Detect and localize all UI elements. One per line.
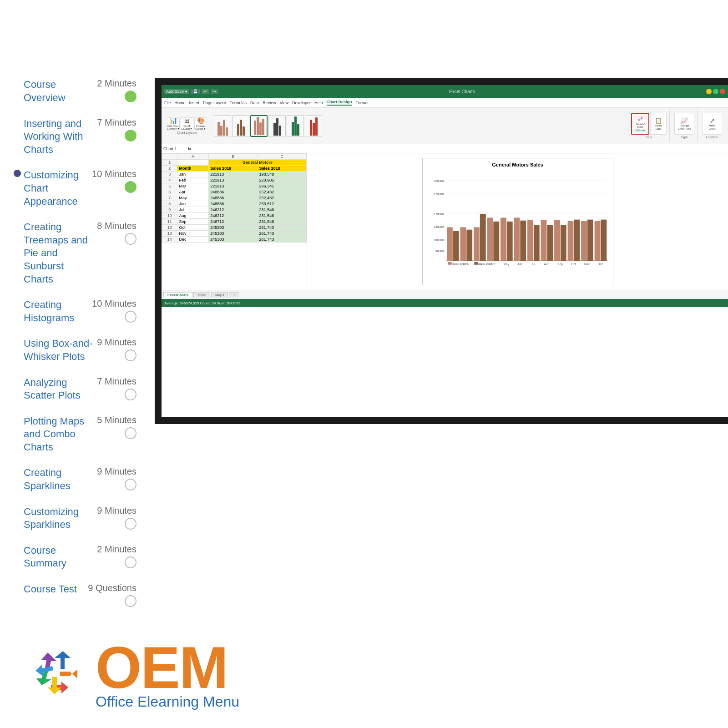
chart-style-1[interactable] [214, 115, 231, 137]
bar-2018-May[interactable] [506, 222, 512, 261]
cell-month-5[interactable]: Apr [177, 189, 209, 195]
cell-s2018-7[interactable]: 253,512 [258, 201, 306, 207]
cell-s2019-4[interactable]: 221913 [209, 183, 258, 189]
bar-2019-Dec[interactable] [594, 221, 600, 261]
bar-2018-Nov[interactable] [587, 220, 593, 261]
bar-2018-Jul[interactable] [533, 225, 539, 261]
add-chart-element-btn[interactable]: 📊 Add ChartElement▼ [167, 117, 180, 130]
cell-month-13[interactable]: Dec [177, 237, 209, 243]
bar-2019-Sep[interactable] [554, 220, 560, 261]
quick-layout-btn[interactable]: ⊞ QuickLayout▼ [181, 117, 193, 130]
cell-s2019-2[interactable]: 221913 [209, 172, 258, 177]
bar-2018-Jan[interactable] [453, 231, 459, 261]
cell-month-7[interactable]: Jun [177, 201, 209, 207]
save-btn[interactable]: 💾 [191, 89, 200, 94]
cell-month-9[interactable]: Aug [177, 213, 209, 219]
cell-s2018-3[interactable]: 220,905 [258, 177, 306, 183]
menu-item-formulas[interactable]: Formulas [230, 101, 247, 105]
cell-s2019-11[interactable]: 245303 [209, 225, 258, 231]
cell-month-3[interactable]: Feb [177, 177, 209, 183]
bar-2019-Jun[interactable] [514, 218, 520, 261]
menu-item-insert[interactable]: Insert [189, 101, 200, 105]
bar-2019-Aug[interactable] [541, 220, 546, 261]
cell-month-6[interactable]: May [177, 195, 209, 201]
cell-s2018-10[interactable]: 231,546 [258, 219, 306, 225]
cell-s2018-8[interactable]: 231,546 [258, 207, 306, 213]
change-chart-type-btn[interactable]: 📈 ChangeChart Type [674, 113, 694, 135]
switch-row-col-btn[interactable]: ⇄ Switch/RowColumn [631, 113, 649, 135]
chart-container[interactable]: General Motors Sales 320000 270000 17000… [422, 158, 613, 285]
close-btn[interactable] [720, 89, 725, 94]
cell-month-2[interactable]: Jan [177, 172, 209, 177]
sheet-tab-static[interactable]: static [193, 292, 210, 298]
cell-s2018-2[interactable]: 198,548 [258, 172, 306, 177]
cell-s2018-13[interactable]: 261,743 [258, 237, 306, 243]
sheet-tab-excelcharts[interactable]: ExcelCharts [163, 292, 192, 298]
cell-month-12[interactable]: Nov [177, 231, 209, 237]
minimize-btn[interactable] [706, 89, 712, 94]
bar-2019-May[interactable] [500, 218, 506, 261]
cell-s2019-3[interactable]: 221913 [209, 177, 258, 183]
sidebar-item-creating-sparklines[interactable]: Creating Sparklines9 Minutes [14, 466, 136, 492]
cell-s2019-7[interactable]: 248886 [209, 201, 258, 207]
chart-style-5[interactable] [287, 115, 304, 137]
cell-s2018-5[interactable]: 252,432 [258, 189, 306, 195]
sidebar-item-inserting-working[interactable]: Inserting and Working With Charts7 Minut… [14, 117, 136, 157]
menu-item-data[interactable]: Data [250, 101, 259, 105]
sheet-tab-maps[interactable]: Maps [211, 292, 228, 298]
cell-s2018-11[interactable]: 261,743 [258, 225, 306, 231]
cell-s2018-4[interactable]: 296,341 [258, 183, 306, 189]
sidebar-item-customizing-sparklines[interactable]: Customizing Sparklines9 Minutes [14, 506, 136, 531]
bar-2019-Jan[interactable] [446, 228, 452, 261]
cell-s2019-13[interactable]: 245303 [209, 237, 258, 243]
cell-s2019-8[interactable]: 246212 [209, 207, 258, 213]
menu-item-file[interactable]: File [164, 101, 171, 105]
cell-month-11[interactable]: Oct [177, 225, 209, 231]
cell-s2018-9[interactable]: 231,546 [258, 213, 306, 219]
select-data-btn[interactable]: 📋 SelectData [650, 113, 667, 135]
maximize-btn[interactable] [713, 89, 718, 94]
bar-2019-Feb[interactable] [460, 228, 466, 261]
undo-btn[interactable]: ↩ [202, 89, 209, 94]
menu-item-chart-design[interactable]: Chart Design [327, 100, 352, 106]
cell-s2019-6[interactable]: 248886 [209, 195, 258, 201]
bar-2018-Mar[interactable] [480, 214, 485, 261]
name-box[interactable]: Chart 1 [163, 147, 186, 151]
chart-style-2[interactable] [232, 115, 249, 137]
cell-s2018-6[interactable]: 252,432 [258, 195, 306, 201]
cell-month-4[interactable]: Mar [177, 183, 209, 189]
sidebar-item-analyzing-scatter[interactable]: Analyzing Scatter Plots7 Minutes [14, 376, 136, 402]
chart-style-3[interactable] [250, 115, 268, 137]
bar-2018-Jun[interactable] [520, 221, 526, 261]
bar-2018-Oct[interactable] [574, 220, 580, 261]
sidebar-item-course-overview[interactable]: Course Overview2 Minutes [14, 78, 136, 104]
cell-month-8[interactable]: Jul [177, 207, 209, 213]
sidebar-item-creating-treemaps[interactable]: Creating Treemaps and Pie and Sunburst C… [14, 221, 136, 286]
bar-2018-Sep[interactable] [560, 225, 566, 261]
menu-item-home[interactable]: Home [175, 101, 186, 105]
bar-2018-Feb[interactable] [466, 230, 472, 261]
bar-2019-Oct[interactable] [567, 221, 573, 261]
bar-2019-Apr[interactable] [487, 218, 493, 261]
cell-s2019-10[interactable]: 246712 [209, 219, 258, 225]
cell-s2018-12[interactable]: 261,743 [258, 231, 306, 237]
sidebar-item-course-summary[interactable]: Course Summary2 Minutes [14, 544, 136, 570]
bar-2019-Jul[interactable] [527, 220, 533, 261]
chart-style-4[interactable] [268, 115, 286, 137]
bar-2018-Aug[interactable] [547, 225, 553, 261]
sidebar-item-plotting-maps[interactable]: Plotting Maps and Combo Charts5 Minutes [14, 415, 136, 454]
menu-item-format[interactable]: Format [356, 101, 369, 105]
bar-2019-Nov[interactable] [581, 221, 587, 261]
cell-s2019-12[interactable]: 245303 [209, 231, 258, 237]
autosave-btn[interactable]: AutoSave ● [164, 89, 189, 94]
menu-item-developer[interactable]: Developer [292, 101, 311, 105]
menu-item-page-layout[interactable]: Page Layout [203, 101, 226, 105]
cell-month-10[interactable]: Sep [177, 219, 209, 225]
sidebar-item-using-box-whisker[interactable]: Using Box-and-Whisker Plots9 Minutes [14, 337, 136, 363]
sidebar-item-course-test[interactable]: Course Test9 Questions [14, 583, 136, 607]
menu-item-view[interactable]: View [280, 101, 288, 105]
sheet-tab-add[interactable]: + [229, 292, 239, 298]
sidebar-item-customizing-chart[interactable]: Customizing Chart Appearance10 Minutes [14, 169, 136, 208]
bar-2019-Mar[interactable] [474, 228, 480, 261]
menu-item-help[interactable]: Help [314, 101, 323, 105]
